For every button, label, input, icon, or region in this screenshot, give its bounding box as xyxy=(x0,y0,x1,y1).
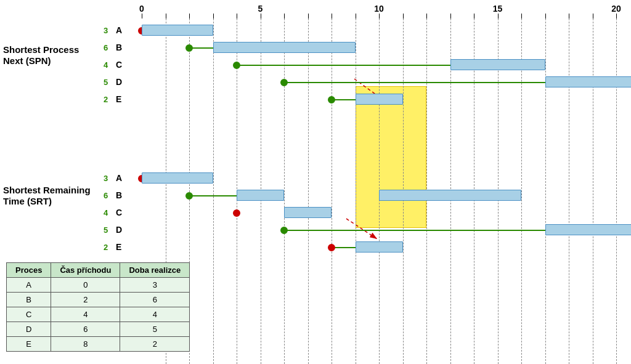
table-header: Doba realizce xyxy=(120,263,190,278)
srt-letter-D: D xyxy=(116,225,122,235)
srt-arrival-B: 6 xyxy=(104,191,108,200)
axis-tick xyxy=(356,14,356,18)
srt-letter-A: A xyxy=(116,173,122,183)
axis-tick xyxy=(545,14,546,18)
spn-label: Shortest ProcessNext (SPN) xyxy=(3,44,79,67)
spn-letter-E: E xyxy=(116,94,121,104)
srt-letter-E: E xyxy=(116,242,121,252)
srt-dot-B xyxy=(185,192,193,200)
table-cell: 5 xyxy=(120,322,190,337)
table-cell: 2 xyxy=(120,337,190,352)
srt-letter-B: B xyxy=(116,190,122,200)
table-cell: 0 xyxy=(51,278,120,293)
srt-arrival-E: 2 xyxy=(104,243,108,252)
process-table: ProcesČas příchoduDoba realizceA03B26C44… xyxy=(6,262,190,352)
table-cell: C xyxy=(7,307,51,322)
axis-tick xyxy=(403,14,404,18)
table-cell: B xyxy=(7,293,51,307)
spn-hline-D xyxy=(284,82,557,83)
axis-tick xyxy=(569,14,569,18)
spn-arrival-A: 3 xyxy=(104,26,108,35)
vline xyxy=(545,18,546,364)
spn-arrival-B: 6 xyxy=(104,43,108,52)
table-cell: D xyxy=(7,322,51,337)
table-cell: E xyxy=(7,337,51,352)
spn-arrival-C: 4 xyxy=(104,60,108,70)
axis-tick xyxy=(261,14,261,18)
axis-tick xyxy=(213,14,214,18)
axis-tick xyxy=(284,14,285,18)
spn-bar-C-0 xyxy=(450,59,545,70)
srt-bar-B-0 xyxy=(237,190,284,201)
vline xyxy=(213,18,214,364)
srt-dot-D xyxy=(280,227,288,234)
table-cell: 8 xyxy=(51,337,120,352)
srt-arrival-D: 5 xyxy=(104,225,108,235)
vline xyxy=(332,18,332,364)
axis-label-10: 10 xyxy=(374,4,384,14)
spn-dot-C xyxy=(233,62,240,69)
table-cell: 4 xyxy=(51,307,120,322)
srt-bar-D-0 xyxy=(545,224,632,235)
spn-bar-D-0 xyxy=(545,76,632,87)
axis-label-0: 0 xyxy=(139,4,144,14)
srt-dot-E xyxy=(328,244,335,251)
srt-arrival-C: 4 xyxy=(104,208,108,217)
vline xyxy=(616,18,617,364)
spn-arrival-E: 2 xyxy=(104,95,108,104)
axis-label-20: 20 xyxy=(611,4,621,14)
table-cell: 6 xyxy=(51,322,120,337)
spn-letter-B: B xyxy=(116,42,122,52)
spn-arrival-D: 5 xyxy=(104,78,108,87)
table-cell: A xyxy=(7,278,51,293)
srt-bar-B-1 xyxy=(379,190,521,201)
vline xyxy=(593,18,593,364)
table-header: Proces xyxy=(7,263,51,278)
table-row: B26 xyxy=(7,293,190,307)
spn-letter-C: C xyxy=(116,60,122,70)
yellow-region xyxy=(356,86,427,228)
spn-dot-D xyxy=(280,79,288,86)
axis-label-5: 5 xyxy=(258,4,263,14)
spn-dot-B xyxy=(185,44,193,52)
srt-hline-D xyxy=(284,230,545,231)
spn-bar-A-0 xyxy=(142,25,213,36)
axis-tick xyxy=(593,14,593,18)
spn-hline-C xyxy=(237,65,462,66)
spn-bar-B-0 xyxy=(213,42,356,53)
axis-label-15: 15 xyxy=(493,4,503,14)
srt-hline-B xyxy=(189,195,237,196)
spn-dot-E xyxy=(328,96,335,103)
axis-tick xyxy=(332,14,332,18)
srt-bar-E-0 xyxy=(356,241,403,253)
axis-tick xyxy=(474,14,474,18)
axis-tick xyxy=(498,14,499,18)
axis-tick xyxy=(237,14,237,18)
spn-bar-E-0 xyxy=(356,94,403,105)
vline xyxy=(569,18,569,364)
srt-dot-C xyxy=(233,209,240,217)
vline xyxy=(308,18,309,364)
vline xyxy=(521,18,522,364)
axis-tick xyxy=(142,14,142,18)
axis-tick xyxy=(521,14,522,18)
srt-arrival-A: 3 xyxy=(104,174,108,183)
table-cell: 6 xyxy=(120,293,190,307)
table-row: A03 xyxy=(7,278,190,293)
table-cell: 4 xyxy=(120,307,190,322)
table-header: Čas příchodu xyxy=(51,263,120,278)
spn-letter-D: D xyxy=(116,77,122,87)
axis-tick xyxy=(308,14,309,18)
srt-bar-C-0 xyxy=(284,207,332,218)
chart-area: 051015203A6B4C5D2EShortest ProcessNext (… xyxy=(0,0,631,364)
vline xyxy=(284,18,285,364)
axis-tick xyxy=(166,14,166,18)
srt-letter-C: C xyxy=(116,208,122,217)
axis-tick xyxy=(426,14,427,18)
axis-tick xyxy=(450,14,451,18)
vline xyxy=(356,18,356,364)
table-row: D65 xyxy=(7,322,190,337)
table-row: C44 xyxy=(7,307,190,322)
table-row: E82 xyxy=(7,337,190,352)
table-cell: 2 xyxy=(51,293,120,307)
